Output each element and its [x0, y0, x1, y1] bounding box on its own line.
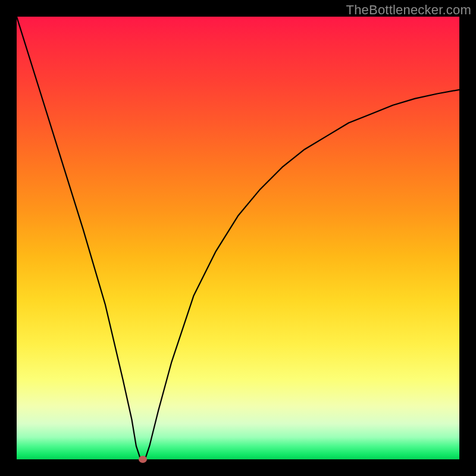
plot-area: [17, 17, 459, 459]
chart-frame: TheBottlenecker.com: [0, 0, 476, 476]
optimal-point-marker: [139, 456, 147, 463]
curve-svg: [17, 17, 459, 459]
bottleneck-curve: [17, 17, 459, 459]
watermark-text: TheBottlenecker.com: [346, 2, 471, 18]
